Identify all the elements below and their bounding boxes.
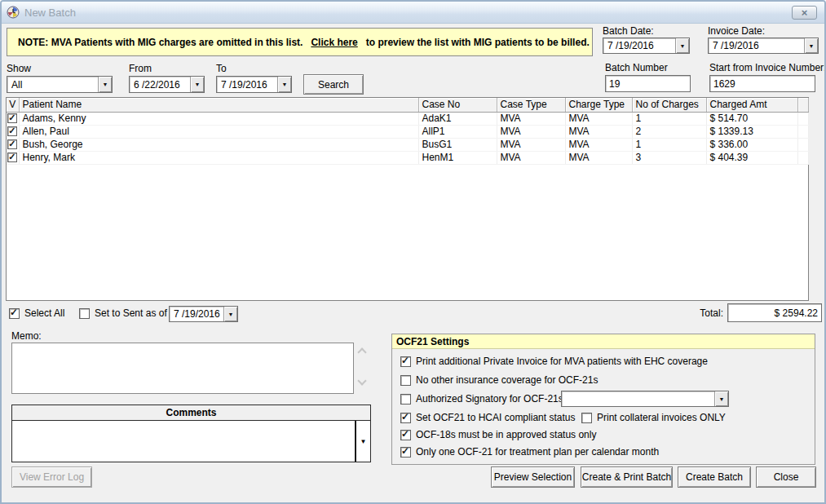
preview-selection-button[interactable]: Preview Selection bbox=[491, 466, 575, 488]
cell-spacer bbox=[797, 112, 808, 125]
cell-charged-amt: $ 404.39 bbox=[706, 151, 797, 164]
collateral-only-checkbox[interactable] bbox=[581, 413, 592, 423]
note-text: NOTE: MVA Patients with MIG charges are … bbox=[18, 37, 303, 48]
cell-case-type: MVA bbox=[497, 151, 565, 164]
select-all-option[interactable]: Select All bbox=[9, 307, 64, 319]
memo-input[interactable] bbox=[11, 343, 354, 394]
from-label: From bbox=[129, 63, 152, 74]
batch-date-label: Batch Date: bbox=[603, 25, 654, 37]
view-error-log-label: View Error Log bbox=[20, 471, 84, 483]
from-date-select[interactable]: 6 /22/2016 ▼ bbox=[129, 76, 205, 93]
create-batch-button[interactable]: Create Batch bbox=[678, 466, 751, 488]
create-print-batch-button[interactable]: Create & Print Batch bbox=[581, 466, 673, 488]
scroll-down-icon bbox=[357, 376, 366, 385]
chevron-down-icon[interactable]: ▼ bbox=[675, 38, 689, 53]
batch-number-input[interactable]: 19 bbox=[605, 75, 691, 92]
row-checkbox[interactable] bbox=[7, 153, 17, 162]
close-window-button[interactable]: × bbox=[792, 6, 817, 20]
invoice-date-select[interactable]: 7 /19/2016 ▼ bbox=[708, 38, 819, 54]
cell-no-of-charges: 1 bbox=[632, 138, 706, 151]
to-label: To bbox=[216, 63, 227, 74]
authorized-signatory-checkbox[interactable] bbox=[400, 394, 411, 405]
click-here-link[interactable]: Click here bbox=[311, 37, 357, 48]
start-invoice-value: 1629 bbox=[713, 78, 735, 90]
show-select[interactable]: All ▼ bbox=[7, 76, 113, 93]
authorized-signatory-label: Authorized Signatory for OCF-21s bbox=[416, 393, 563, 405]
to-date-select[interactable]: 7 /19/2016 ▼ bbox=[216, 76, 292, 93]
cell-charge-type: MVA bbox=[565, 138, 632, 151]
column-header-patient-name[interactable]: Patient Name bbox=[19, 98, 418, 112]
title-bar: New Batch × bbox=[2, 2, 824, 24]
authorized-signatory-select[interactable]: ▼ bbox=[561, 391, 729, 407]
private-invoice-checkbox[interactable] bbox=[400, 356, 411, 367]
ocf18-approved-label: OCF-18s must be in approved status only bbox=[416, 429, 596, 440]
no-other-insurance-checkbox[interactable] bbox=[400, 375, 411, 386]
chevron-down-icon[interactable]: ▼ bbox=[277, 77, 291, 92]
ocf21-option-private-invoice[interactable]: Print additional Private Invoice for MVA… bbox=[400, 356, 708, 367]
table-row[interactable]: Allen, Paul AllP1 MVA MVA 2 $ 1339.13 bbox=[7, 125, 808, 138]
start-invoice-label: Start from Invoice Number: bbox=[709, 62, 826, 73]
hcai-compliant-checkbox[interactable] bbox=[400, 413, 411, 423]
table-header-spacer bbox=[797, 98, 808, 112]
hcai-compliant-label: Set OCF21 to HCAI compliant status bbox=[416, 412, 575, 423]
column-header-no-of-charges[interactable]: No of Charges bbox=[632, 98, 706, 112]
create-batch-label: Create Batch bbox=[686, 471, 743, 483]
batch-date-select[interactable]: 7 /19/2016 ▼ bbox=[603, 38, 690, 54]
row-checkbox[interactable] bbox=[7, 113, 17, 123]
row-checkbox[interactable] bbox=[7, 126, 17, 136]
column-header-case-type[interactable]: Case Type bbox=[497, 98, 565, 112]
table-row[interactable]: Adams, Kenny AdaK1 MVA MVA 1 $ 514.70 bbox=[7, 112, 808, 125]
total-label: Total: bbox=[646, 307, 723, 319]
sent-date-select[interactable]: 7 /19/2016 ▼ bbox=[169, 306, 238, 322]
table-row[interactable]: Henry, Mark HenM1 MVA MVA 3 $ 404.39 bbox=[7, 151, 808, 164]
note-text-suffix: to preview the list with MIG patients to… bbox=[366, 37, 590, 48]
one-per-month-checkbox[interactable] bbox=[400, 447, 411, 458]
chevron-down-icon[interactable]: ▼ bbox=[714, 391, 728, 406]
cell-case-no: BusG1 bbox=[418, 138, 497, 151]
column-header-charged-amt[interactable]: Charged Amt bbox=[706, 98, 797, 112]
patients-table: V Patient Name Case No Case Type Charge … bbox=[6, 97, 809, 301]
column-header-v[interactable]: V bbox=[7, 98, 19, 112]
view-error-log-button[interactable]: View Error Log bbox=[11, 466, 92, 488]
set-to-sent-checkbox[interactable] bbox=[79, 308, 90, 319]
create-print-batch-label: Create & Print Batch bbox=[582, 471, 671, 483]
column-header-charge-type[interactable]: Charge Type bbox=[565, 98, 632, 112]
chevron-down-icon[interactable]: ▼ bbox=[98, 77, 112, 92]
comments-dropdown-button[interactable]: ▼ bbox=[355, 421, 370, 462]
chevron-down-icon[interactable]: ▼ bbox=[223, 307, 237, 321]
ocf21-option-collateral-only[interactable]: Print collateral invoices ONLY bbox=[581, 412, 726, 423]
ocf21-option-one-per-month[interactable]: Only one OCF-21 for treatment plan per c… bbox=[400, 446, 659, 458]
table-row[interactable]: Bush, George BusG1 MVA MVA 1 $ 336.00 bbox=[7, 138, 808, 151]
ocf21-option-ocf18-approved[interactable]: OCF-18s must be in approved status only bbox=[400, 429, 596, 440]
close-button[interactable]: Close bbox=[756, 466, 816, 488]
preview-selection-label: Preview Selection bbox=[494, 471, 572, 483]
cell-patient-name: Henry, Mark bbox=[19, 151, 418, 164]
ocf21-option-no-other-insurance[interactable]: No other insurance coverage for OCF-21s bbox=[400, 374, 598, 386]
chevron-down-icon[interactable]: ▼ bbox=[804, 38, 818, 53]
total-field: $ 2594.22 bbox=[727, 303, 822, 322]
chevron-down-icon[interactable]: ▼ bbox=[190, 77, 204, 92]
cell-case-type: MVA bbox=[497, 125, 565, 138]
start-invoice-input[interactable]: 1629 bbox=[709, 75, 815, 92]
cell-charged-amt: $ 336.00 bbox=[706, 138, 797, 151]
ocf21-settings-header: OCF21 Settings bbox=[392, 334, 815, 349]
comments-panel: Comments ▼ bbox=[11, 405, 371, 462]
comments-input[interactable]: ▼ bbox=[12, 421, 370, 462]
ocf21-settings-panel: OCF21 Settings Print additional Private … bbox=[391, 334, 815, 465]
ocf18-approved-checkbox[interactable] bbox=[400, 430, 411, 440]
from-date-value: 6 /22/2016 bbox=[130, 77, 190, 92]
ocf21-option-hcai-compliant[interactable]: Set OCF21 to HCAI compliant status bbox=[400, 412, 575, 423]
set-to-sent-option[interactable]: Set to Sent as of bbox=[79, 307, 167, 319]
ocf21-option-authorized-signatory[interactable]: Authorized Signatory for OCF-21s bbox=[400, 393, 563, 405]
cell-patient-name: Adams, Kenny bbox=[19, 112, 418, 125]
column-header-case-no[interactable]: Case No bbox=[418, 98, 497, 112]
scroll-up-icon bbox=[357, 347, 366, 356]
cell-patient-name: Allen, Paul bbox=[19, 125, 418, 138]
memo-label: Memo: bbox=[11, 330, 42, 342]
cell-spacer bbox=[797, 125, 808, 138]
row-checkbox[interactable] bbox=[7, 139, 17, 149]
cell-spacer bbox=[797, 138, 808, 151]
select-all-checkbox[interactable] bbox=[9, 308, 20, 319]
cell-no-of-charges: 2 bbox=[632, 125, 706, 138]
search-button[interactable]: Search bbox=[303, 74, 364, 95]
